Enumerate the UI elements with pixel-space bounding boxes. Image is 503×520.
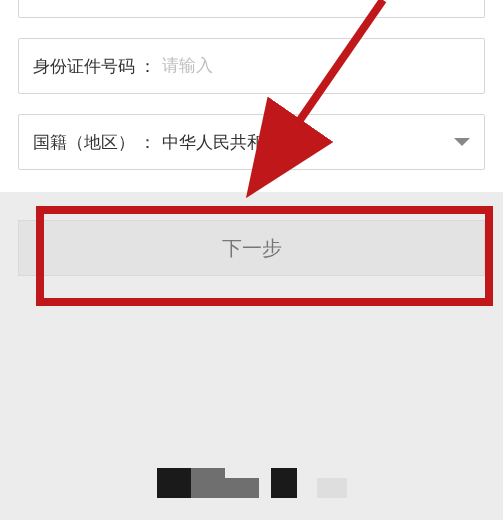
form-section: 身份证件号码 ： 国籍（地区） ： 中华人民共和国	[0, 0, 503, 170]
id-number-label: 身份证件号码	[33, 55, 135, 78]
next-button[interactable]: 下一步	[18, 220, 485, 276]
colon: ：	[139, 131, 156, 154]
id-number-row[interactable]: 身份证件号码 ：	[18, 38, 485, 94]
colon: ：	[139, 55, 156, 78]
chevron-down-icon	[454, 138, 470, 146]
nationality-label: 国籍（地区）	[33, 131, 135, 154]
censored-watermark	[157, 466, 347, 498]
previous-field-row[interactable]	[18, 0, 485, 18]
id-number-input[interactable]	[162, 56, 470, 76]
bottom-section: 下一步	[0, 192, 503, 520]
nationality-row[interactable]: 国籍（地区） ： 中华人民共和国	[18, 114, 485, 170]
nationality-value: 中华人民共和国	[162, 131, 281, 154]
